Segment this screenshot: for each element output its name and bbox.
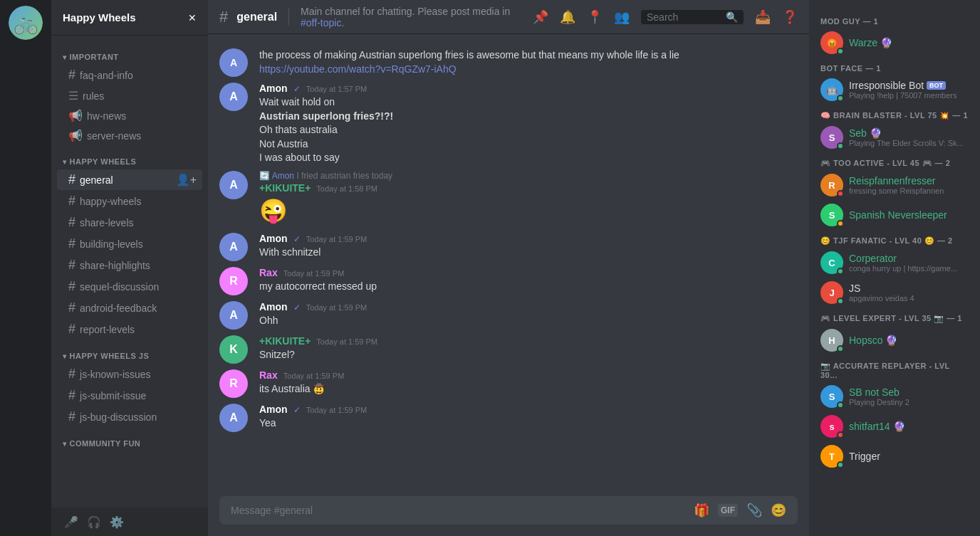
channel-report-levels[interactable]: # report-levels — [57, 319, 202, 340]
gif-icon[interactable]: GIF — [718, 504, 738, 517]
member-warze[interactable]: 😡 Warze 🔮 — [815, 28, 974, 57]
channel-header-name: general — [236, 11, 277, 23]
emoji: 😜 — [259, 198, 288, 224]
status-indicator — [837, 345, 844, 352]
channels-list: ▾ IMPORTANT # faq-and-info ☰ rules 📢 hw-… — [51, 36, 208, 508]
search-bar[interactable]: 🔍 — [641, 10, 744, 24]
member-name: Trigger — [849, 451, 880, 462]
avatar: A — [219, 83, 248, 111]
help-icon[interactable]: ❓ — [782, 9, 798, 25]
gift-icon[interactable]: 🎁 — [694, 503, 709, 518]
member-trigger[interactable]: T Trigger — [815, 442, 974, 471]
channel-building-levels[interactable]: # building-levels — [57, 233, 202, 254]
message-timestamp: Today at 1:59 PM — [316, 337, 377, 346]
add-member-icon[interactable]: 👤+ — [176, 173, 197, 186]
hashtag-icon[interactable]: 📌 — [533, 9, 548, 25]
channel-name: share-levels — [80, 217, 133, 228]
category-label: HAPPY WHEELS — [70, 157, 137, 166]
message-header: Rax Today at 1:59 PM — [259, 369, 798, 381]
channel-android-feedback[interactable]: # android-feedback — [57, 298, 202, 318]
member-name: shitfart14 — [849, 421, 890, 432]
verified-icon: ✓ — [293, 303, 301, 312]
member-info: shitfart14 🔮 — [849, 421, 969, 432]
member-category: BOT FACE — 1 — [815, 58, 974, 75]
status-indicator — [837, 220, 844, 227]
member-category: 🎮 LEVEL EXPERT - LVL 35 📷 — 1 — [815, 308, 974, 326]
verified-icon: ✓ — [293, 405, 301, 415]
message-content: 🔄 Amon I fried austrian fries today +KIK… — [259, 171, 798, 227]
member-info: Warze 🔮 — [849, 37, 969, 48]
deafen-icon[interactable]: 🎧 — [85, 513, 103, 530]
youtube-link[interactable]: https://youtube.com/watch?v=RqGZw7-iAhQ — [259, 63, 457, 75]
channel-sequel-discussion[interactable]: # sequel-discussion — [57, 276, 202, 297]
category-community-fun[interactable]: ▾ COMMUNITY FUN — [51, 428, 208, 451]
inbox-icon[interactable]: 📥 — [755, 9, 771, 25]
member-name: Seb — [849, 127, 867, 139]
message-timestamp: Today at 1:58 PM — [316, 184, 377, 193]
channel-general[interactable]: # general 👤+ — [57, 169, 202, 190]
avatar: C — [820, 251, 843, 274]
message-author: Amon — [259, 404, 288, 415]
bell-icon[interactable]: 🔔 — [560, 9, 575, 25]
member-irresponsible-bot[interactable]: 🤖 Irresponsible Bot BOT Playing !help | … — [815, 75, 974, 104]
pin-icon[interactable]: 📍 — [587, 9, 603, 25]
chat-input-area: 🎁 GIF 📎 😊 — [208, 496, 809, 536]
message-input[interactable] — [231, 496, 688, 525]
image-upload-icon[interactable]: 📎 — [746, 503, 762, 518]
message-author: +KIKUITE+ — [259, 335, 311, 347]
message-content: Amon ✓ Today at 1:57 PM Wait wait hold o… — [259, 83, 798, 165]
channel-js-known-issues[interactable]: # js-known-issues — [57, 364, 202, 384]
verified-icon: ✓ — [293, 234, 301, 244]
member-sb-not-seb[interactable]: S SB not Seb Playing Destiny 2 — [815, 382, 974, 411]
member-name: Warze — [849, 37, 877, 48]
member-corperator[interactable]: C Corperator conga hurry up | https://ga… — [815, 248, 974, 277]
settings-icon[interactable]: ⚙️ — [108, 513, 125, 530]
channel-share-levels[interactable]: # share-levels — [57, 212, 202, 233]
channel-rules[interactable]: ☰ rules — [57, 86, 202, 105]
hash-icon: # — [68, 194, 75, 209]
avatar: A — [219, 48, 248, 77]
member-hopsco[interactable]: H Hopsco 🔮 — [815, 326, 974, 354]
member-spanish-neversleeper[interactable]: S Spanish Neversleeper — [815, 201, 974, 229]
verified-emoji: 🔮 — [880, 37, 892, 48]
status-indicator — [837, 298, 844, 305]
channel-faq-and-info[interactable]: # faq-and-info — [57, 65, 202, 85]
server-header[interactable]: Happy Wheels ✕ — [51, 0, 208, 36]
member-js[interactable]: J JS apgavimo veidas 4 — [815, 278, 974, 307]
server-icon[interactable]: 🚲 — [9, 6, 43, 40]
emoji-icon[interactable]: 😊 — [771, 503, 786, 518]
category-important[interactable]: ▾ IMPORTANT — [51, 41, 208, 64]
member-category: MOD GUY — 1 — [815, 11, 974, 28]
member-seb[interactable]: S Seb 🔮 Playing The Elder Scrolls V: Sk.… — [815, 123, 974, 152]
status-indicator — [837, 48, 844, 55]
category-happy-wheels[interactable]: ▾ HAPPY WHEELS — [51, 146, 208, 169]
off-topic-link[interactable]: #off-topic — [301, 17, 341, 28]
message-text: Not Austria — [259, 137, 798, 152]
search-icon: 🔍 — [726, 11, 738, 23]
message-content: Amon ✓ Today at 1:59 PM Yea — [259, 404, 798, 431]
channel-happy-wheels[interactable]: # happy-wheels — [57, 191, 202, 211]
hash-icon: # — [68, 300, 75, 315]
channel-js-submit-issue[interactable]: # js-submit-issue — [57, 385, 202, 406]
category-hw-js[interactable]: ▾ HAPPY WHEELS JS — [51, 340, 208, 363]
member-shitfart14[interactable]: s shitfart14 🔮 — [815, 412, 974, 441]
message-text: my autocorrect messed up — [259, 280, 798, 294]
member-reispfannenfresser[interactable]: R Reispfannenfresser fressing some Reisp… — [815, 171, 974, 199]
channel-hash-icon: # — [219, 8, 228, 26]
mute-icon[interactable]: 🎤 — [63, 513, 80, 530]
channel-hw-news[interactable]: 📢 hw-news — [57, 106, 202, 125]
search-input[interactable] — [647, 11, 721, 23]
message-header: Amon ✓ Today at 1:57 PM — [259, 83, 798, 94]
header-divider — [288, 9, 289, 26]
avatar: J — [820, 281, 843, 304]
channel-share-highlights[interactable]: # share-highlights — [57, 255, 202, 275]
status-indicator — [837, 190, 844, 197]
channel-name: general — [80, 174, 113, 186]
channel-js-bug-discussion[interactable]: # js-bug-discussion — [57, 406, 202, 427]
message-group: A Amon ✓ Today at 1:57 PM Wait wait hold… — [208, 80, 809, 168]
avatar: 😡 — [820, 31, 843, 54]
channel-name: share-highlights — [80, 260, 150, 271]
message-group: A Amon ✓ Today at 1:59 PM Yea — [208, 401, 809, 435]
members-icon[interactable]: 👥 — [614, 9, 630, 25]
channel-server-news[interactable]: 📢 server-news — [57, 126, 202, 145]
